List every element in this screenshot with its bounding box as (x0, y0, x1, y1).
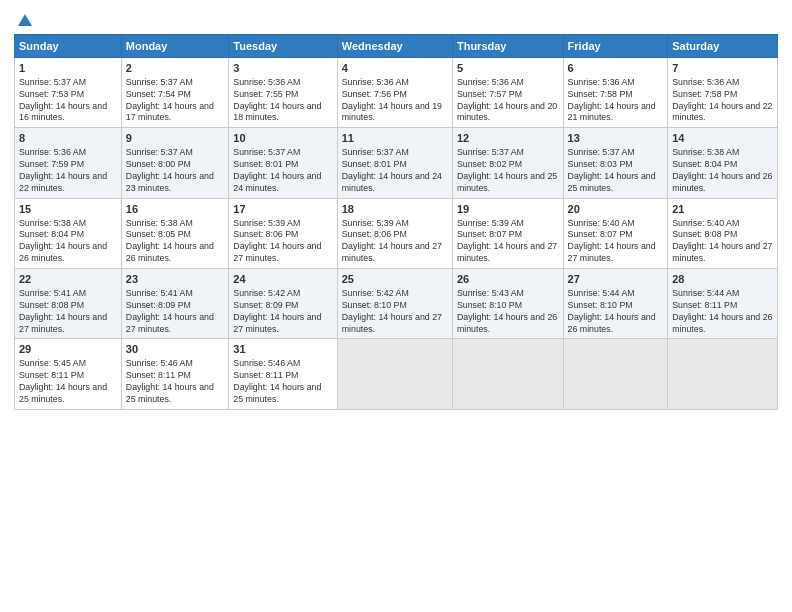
day-number: 24 (233, 272, 332, 287)
day-number: 2 (126, 61, 225, 76)
day-cell: 18Sunrise: 5:39 AMSunset: 8:06 PMDayligh… (337, 198, 452, 268)
week-row-1: 1Sunrise: 5:37 AMSunset: 7:53 PMDaylight… (15, 58, 778, 128)
day-number: 13 (568, 131, 664, 146)
day-cell: 2Sunrise: 5:37 AMSunset: 7:54 PMDaylight… (121, 58, 229, 128)
day-number: 8 (19, 131, 117, 146)
day-cell: 27Sunrise: 5:44 AMSunset: 8:10 PMDayligh… (563, 269, 668, 339)
day-cell: 1Sunrise: 5:37 AMSunset: 7:53 PMDaylight… (15, 58, 122, 128)
day-cell: 26Sunrise: 5:43 AMSunset: 8:10 PMDayligh… (452, 269, 563, 339)
svg-marker-0 (18, 14, 32, 26)
day-number: 6 (568, 61, 664, 76)
calendar-table: SundayMondayTuesdayWednesdayThursdayFrid… (14, 34, 778, 410)
day-cell: 14Sunrise: 5:38 AMSunset: 8:04 PMDayligh… (668, 128, 778, 198)
day-number: 12 (457, 131, 559, 146)
col-header-wednesday: Wednesday (337, 35, 452, 58)
day-cell: 16Sunrise: 5:38 AMSunset: 8:05 PMDayligh… (121, 198, 229, 268)
header (14, 10, 778, 28)
col-header-thursday: Thursday (452, 35, 563, 58)
day-cell: 7Sunrise: 5:36 AMSunset: 7:58 PMDaylight… (668, 58, 778, 128)
logo-icon (16, 12, 34, 30)
day-number: 21 (672, 202, 773, 217)
day-cell: 17Sunrise: 5:39 AMSunset: 8:06 PMDayligh… (229, 198, 337, 268)
day-number: 29 (19, 342, 117, 357)
day-number: 22 (19, 272, 117, 287)
day-cell: 29Sunrise: 5:45 AMSunset: 8:11 PMDayligh… (15, 339, 122, 409)
day-number: 15 (19, 202, 117, 217)
header-row: SundayMondayTuesdayWednesdayThursdayFrid… (15, 35, 778, 58)
day-cell: 23Sunrise: 5:41 AMSunset: 8:09 PMDayligh… (121, 269, 229, 339)
day-number: 17 (233, 202, 332, 217)
day-cell: 31Sunrise: 5:46 AMSunset: 8:11 PMDayligh… (229, 339, 337, 409)
day-number: 1 (19, 61, 117, 76)
week-row-4: 22Sunrise: 5:41 AMSunset: 8:08 PMDayligh… (15, 269, 778, 339)
day-number: 25 (342, 272, 448, 287)
day-number: 27 (568, 272, 664, 287)
day-cell (668, 339, 778, 409)
day-cell: 3Sunrise: 5:36 AMSunset: 7:55 PMDaylight… (229, 58, 337, 128)
day-cell: 13Sunrise: 5:37 AMSunset: 8:03 PMDayligh… (563, 128, 668, 198)
day-number: 11 (342, 131, 448, 146)
day-cell: 30Sunrise: 5:46 AMSunset: 8:11 PMDayligh… (121, 339, 229, 409)
day-number: 3 (233, 61, 332, 76)
week-row-3: 15Sunrise: 5:38 AMSunset: 8:04 PMDayligh… (15, 198, 778, 268)
day-cell: 11Sunrise: 5:37 AMSunset: 8:01 PMDayligh… (337, 128, 452, 198)
day-number: 9 (126, 131, 225, 146)
day-cell: 22Sunrise: 5:41 AMSunset: 8:08 PMDayligh… (15, 269, 122, 339)
day-number: 14 (672, 131, 773, 146)
logo (14, 10, 34, 28)
day-cell: 10Sunrise: 5:37 AMSunset: 8:01 PMDayligh… (229, 128, 337, 198)
col-header-sunday: Sunday (15, 35, 122, 58)
week-row-2: 8Sunrise: 5:36 AMSunset: 7:59 PMDaylight… (15, 128, 778, 198)
day-cell (563, 339, 668, 409)
day-number: 16 (126, 202, 225, 217)
day-number: 18 (342, 202, 448, 217)
day-cell: 20Sunrise: 5:40 AMSunset: 8:07 PMDayligh… (563, 198, 668, 268)
day-number: 31 (233, 342, 332, 357)
day-cell: 24Sunrise: 5:42 AMSunset: 8:09 PMDayligh… (229, 269, 337, 339)
day-cell: 8Sunrise: 5:36 AMSunset: 7:59 PMDaylight… (15, 128, 122, 198)
day-cell: 28Sunrise: 5:44 AMSunset: 8:11 PMDayligh… (668, 269, 778, 339)
day-cell: 6Sunrise: 5:36 AMSunset: 7:58 PMDaylight… (563, 58, 668, 128)
day-number: 4 (342, 61, 448, 76)
day-cell: 15Sunrise: 5:38 AMSunset: 8:04 PMDayligh… (15, 198, 122, 268)
day-number: 19 (457, 202, 559, 217)
day-cell (452, 339, 563, 409)
day-cell: 21Sunrise: 5:40 AMSunset: 8:08 PMDayligh… (668, 198, 778, 268)
day-cell: 4Sunrise: 5:36 AMSunset: 7:56 PMDaylight… (337, 58, 452, 128)
day-cell: 5Sunrise: 5:36 AMSunset: 7:57 PMDaylight… (452, 58, 563, 128)
col-header-tuesday: Tuesday (229, 35, 337, 58)
col-header-friday: Friday (563, 35, 668, 58)
col-header-saturday: Saturday (668, 35, 778, 58)
day-cell: 25Sunrise: 5:42 AMSunset: 8:10 PMDayligh… (337, 269, 452, 339)
day-number: 7 (672, 61, 773, 76)
day-number: 30 (126, 342, 225, 357)
day-cell: 9Sunrise: 5:37 AMSunset: 8:00 PMDaylight… (121, 128, 229, 198)
day-number: 23 (126, 272, 225, 287)
week-row-5: 29Sunrise: 5:45 AMSunset: 8:11 PMDayligh… (15, 339, 778, 409)
day-number: 28 (672, 272, 773, 287)
col-header-monday: Monday (121, 35, 229, 58)
day-number: 10 (233, 131, 332, 146)
day-cell: 19Sunrise: 5:39 AMSunset: 8:07 PMDayligh… (452, 198, 563, 268)
day-cell: 12Sunrise: 5:37 AMSunset: 8:02 PMDayligh… (452, 128, 563, 198)
day-number: 26 (457, 272, 559, 287)
day-number: 5 (457, 61, 559, 76)
page: SundayMondayTuesdayWednesdayThursdayFrid… (0, 0, 792, 612)
day-cell (337, 339, 452, 409)
day-number: 20 (568, 202, 664, 217)
